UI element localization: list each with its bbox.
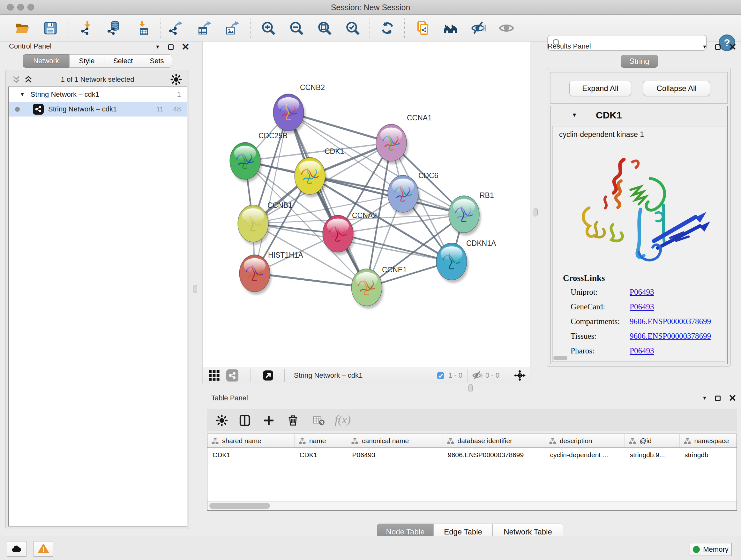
zoom-selected-button[interactable] <box>344 20 361 37</box>
network-canvas[interactable]: CCNB2CCNA1CDC25BCDK1CDC6RB1CCNB1CCNA2CDK… <box>202 42 530 367</box>
divider <box>284 369 285 382</box>
expand-all-button[interactable]: Expand All <box>569 81 631 96</box>
tab-sets[interactable]: Sets <box>142 54 172 68</box>
network-share-icon <box>33 104 44 115</box>
column-header-name[interactable]: name <box>294 434 347 448</box>
network-node-CCNA2[interactable]: CCNA2 <box>323 211 377 255</box>
zoom-in-button[interactable] <box>260 20 277 37</box>
network-node-CCNE1[interactable]: CCNE1 <box>351 266 407 309</box>
network-node-CCNB1[interactable]: CCNB1 <box>238 201 292 245</box>
warnings-button[interactable] <box>33 541 53 557</box>
clone-network-button[interactable] <box>414 20 431 37</box>
scrollbar-thumb[interactable] <box>209 503 270 509</box>
memory-button[interactable]: Memory <box>690 543 732 556</box>
panel-close-button[interactable]: ✕ <box>729 395 737 401</box>
network-node-CCNA1[interactable]: CCNA1 <box>376 114 432 164</box>
delete-table-icon <box>313 414 325 427</box>
zoom-fit-button[interactable] <box>316 20 333 37</box>
collapse-all-button[interactable]: Collapse All <box>643 81 710 96</box>
tab-select[interactable]: Select <box>104 54 142 68</box>
results-tab-string[interactable]: String <box>621 55 658 68</box>
arrow-ne-icon <box>262 369 274 381</box>
show-columns-button[interactable] <box>238 414 252 428</box>
table-panel-title: Table Panel <box>211 394 248 402</box>
network-edge-CCNB2-CCNE1[interactable] <box>288 112 367 287</box>
column-header-namespace[interactable]: namespace <box>679 434 737 448</box>
export-image-button[interactable] <box>224 20 240 37</box>
collection-expand-icon[interactable]: ▼ <box>20 91 25 98</box>
network-panel-gear-icon[interactable] <box>170 73 182 85</box>
detach-view-button[interactable] <box>262 369 274 382</box>
import-network-file-button[interactable] <box>79 20 96 37</box>
save-session-button[interactable] <box>42 20 59 37</box>
tissues-link[interactable]: 9606.ENSP00000378699 <box>630 332 711 341</box>
left-splitter-handle[interactable] <box>193 285 197 293</box>
crosslink-label: Compartments: <box>570 317 630 326</box>
cloud-status-button[interactable] <box>7 541 26 557</box>
right-splitter-handle[interactable] <box>534 208 538 216</box>
panel-float-button[interactable]: ▼ <box>702 395 707 401</box>
panel-close-button[interactable]: ✕ <box>729 44 737 50</box>
tab-style[interactable]: Style <box>69 54 105 68</box>
open-session-button[interactable] <box>14 20 30 37</box>
uniprot-link[interactable]: P06493 <box>630 288 654 297</box>
network-node-HIST1H1A[interactable]: HIST1H1A <box>239 251 304 295</box>
node-label-HIST1H1A: HIST1H1A <box>268 251 304 259</box>
panel-float-button[interactable]: ▼ <box>155 44 160 50</box>
network-node-CDKN1A[interactable]: CDKN1A <box>436 239 496 283</box>
network-row-selected[interactable]: String Network – cdk1 11 48 <box>9 102 187 117</box>
column-header-description[interactable]: description <box>545 434 624 448</box>
export-table-button[interactable] <box>196 20 212 37</box>
birds-eye-toggle-button[interactable] <box>514 369 526 382</box>
pharos-link[interactable]: P06493 <box>630 347 654 355</box>
panel-close-button[interactable]: ✕ <box>182 44 190 50</box>
network-node-CDC6[interactable]: CDC6 <box>388 172 439 215</box>
memory-label: Memory <box>703 545 728 554</box>
import-table-button[interactable] <box>134 20 151 37</box>
genecard-link[interactable]: P06493 <box>630 302 654 311</box>
table-horizontal-scrollbar[interactable] <box>207 501 737 510</box>
apply-layout-button[interactable] <box>379 20 396 37</box>
network-edge-CDK1-RB1[interactable] <box>310 176 464 214</box>
tab-network[interactable]: Network <box>23 54 70 68</box>
panel-maximize-button[interactable] <box>715 395 721 401</box>
network-collection-row[interactable]: ▼ String Network – cdk1 1 <box>9 87 187 102</box>
export-network-button[interactable] <box>167 20 184 37</box>
gene-section-header[interactable]: ▼ CDK1 <box>550 106 727 124</box>
column-header-canonical-name[interactable]: canonical name <box>347 434 443 448</box>
panel-maximize-button[interactable] <box>168 44 174 50</box>
network-share-button[interactable] <box>226 369 239 382</box>
panel-maximize-button[interactable] <box>715 44 721 50</box>
panel-float-button[interactable]: ▼ <box>702 44 707 50</box>
columns-icon <box>239 414 251 427</box>
network-node-CCNB2[interactable]: CCNB2 <box>273 83 325 134</box>
delete-column-button[interactable] <box>286 414 300 428</box>
network-view-title: String Network – cdk1 <box>294 369 362 382</box>
zoom-out-button[interactable] <box>288 20 305 37</box>
network-node-RB1[interactable]: RB1 <box>449 191 494 236</box>
node-label-CCNE1: CCNE1 <box>382 266 407 274</box>
gene-collapse-icon[interactable]: ▼ <box>571 112 577 118</box>
grid-icon <box>208 369 220 381</box>
column-header-database-identifier[interactable]: database identifier <box>443 434 545 448</box>
hide-selected-button[interactable] <box>470 20 487 37</box>
selected-checkbox[interactable] <box>436 369 445 382</box>
table-row[interactable]: CDK1CDK1P064939606.ENSP00000378699cyclin… <box>207 448 737 462</box>
show-hidden-button-disabled <box>498 20 515 37</box>
crosslink-row: Compartments:9606.ENSP00000378699 <box>570 314 721 329</box>
warning-icon <box>38 543 49 555</box>
first-neighbors-button[interactable] <box>442 20 459 37</box>
compartments-link[interactable]: 9606.ENSP00000378699 <box>630 317 711 326</box>
table-settings-button[interactable] <box>215 414 229 428</box>
create-column-button[interactable] <box>262 414 276 428</box>
hidden-toggle[interactable] <box>472 369 482 382</box>
save-icon <box>43 20 58 36</box>
import-database-icon <box>107 20 122 36</box>
column-header--id[interactable]: @id <box>625 434 679 448</box>
bottom-splitter-handle[interactable] <box>468 384 473 392</box>
grid-mode-button[interactable] <box>208 369 220 382</box>
mini-scrollbar-thumb[interactable] <box>553 356 567 360</box>
column-header-shared-name[interactable]: shared name <box>207 434 294 448</box>
import-network-database-button[interactable] <box>106 20 123 37</box>
status-bar: Memory <box>0 536 741 560</box>
